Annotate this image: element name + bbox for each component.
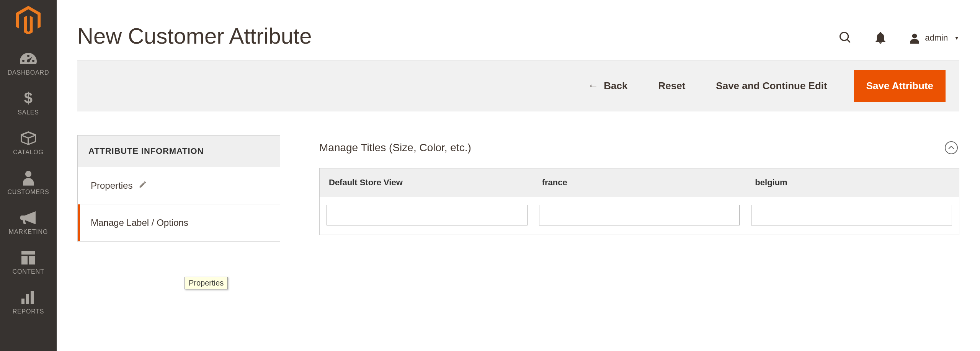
reset-button[interactable]: Reset (655, 75, 689, 97)
tooltip-properties: Properties (185, 277, 228, 289)
back-button-label: Back (604, 80, 627, 92)
svg-point-1 (25, 171, 31, 177)
sidebar-label: CUSTOMERS (7, 189, 49, 196)
sidebar-label: REPORTS (13, 308, 44, 315)
title-input-belgium[interactable] (751, 205, 952, 225)
save-continue-button[interactable]: Save and Continue Edit (712, 75, 831, 97)
user-icon (909, 32, 920, 44)
search-icon (839, 31, 852, 45)
sidebar-label: SALES (18, 109, 39, 116)
titles-header-row: Default Store View france belgium (320, 168, 959, 197)
sidebar-item-catalog[interactable]: CATALOG (0, 124, 57, 163)
header-actions: admin ▼ (838, 31, 959, 49)
dollar-icon: $ (23, 91, 34, 106)
tab-properties[interactable]: Properties (78, 167, 280, 204)
save-attribute-label: Save Attribute (866, 80, 933, 91)
sidebar-item-content[interactable]: CONTENT (0, 243, 57, 283)
sidebar-label: MARKETING (9, 229, 48, 235)
notifications-button[interactable] (874, 31, 887, 45)
section-title: Manage Titles (Size, Color, etc.) (319, 142, 471, 154)
side-panel-wrapper: ATTRIBUTE INFORMATION Properties Manage … (77, 135, 280, 242)
admin-user-menu[interactable]: admin ▼ (909, 32, 959, 44)
page-header: New Customer Attribute admin (57, 0, 980, 60)
sidebar-label: CATALOG (13, 149, 44, 156)
titles-body-row (320, 197, 959, 235)
collapse-section-button[interactable] (945, 141, 958, 154)
megaphone-icon (20, 210, 36, 225)
action-bar-wrap: ← Back Reset Save and Continue Edit Save… (57, 60, 980, 111)
back-button[interactable]: ← Back (584, 74, 631, 97)
action-bar-inner: ← Back Reset Save and Continue Edit Save… (584, 70, 946, 102)
sidebar-item-dashboard[interactable]: DASHBOARD (0, 44, 57, 84)
magento-logo-icon (16, 6, 41, 34)
svg-rect-2 (21, 299, 24, 304)
sidebar-label: DASHBOARD (8, 69, 49, 76)
bar-chart-icon (21, 290, 35, 305)
content-row: ATTRIBUTE INFORMATION Properties Manage … (57, 111, 980, 242)
admin-sidebar: DASHBOARD $ SALES CATALOG CUSTOMERS MARK… (0, 0, 57, 351)
search-button[interactable] (838, 31, 852, 45)
app-root: DASHBOARD $ SALES CATALOG CUSTOMERS MARK… (0, 0, 980, 351)
svg-text:$: $ (24, 91, 33, 106)
box-icon (21, 131, 36, 146)
side-panel-items: Properties Manage Label / Options (78, 167, 280, 241)
chevron-up-icon (948, 146, 954, 150)
col-header-belgium: belgium (746, 168, 959, 197)
arrow-left-icon: ← (588, 80, 598, 92)
bell-icon (875, 31, 886, 45)
col-header-default-store: Default Store View (320, 168, 533, 197)
magento-logo[interactable] (0, 0, 57, 40)
sidebar-label: CONTENT (13, 268, 44, 275)
svg-rect-4 (31, 291, 34, 304)
svg-rect-3 (26, 294, 29, 304)
svg-point-5 (840, 32, 848, 40)
page-title: New Customer Attribute (77, 23, 312, 49)
sidebar-divider (8, 40, 48, 40)
person-icon (23, 170, 34, 186)
save-attribute-button[interactable]: Save Attribute (854, 70, 946, 102)
section-header: Manage Titles (Size, Color, etc.) (319, 135, 959, 168)
title-input-default-store[interactable] (327, 205, 528, 225)
sidebar-item-marketing[interactable]: MARKETING (0, 203, 57, 243)
sidebar-item-reports[interactable]: REPORTS (0, 283, 57, 323)
admin-user-name: admin (925, 33, 948, 43)
main-column: New Customer Attribute admin (57, 0, 980, 351)
tab-properties-label: Properties (91, 180, 132, 191)
tab-manage-label-label: Manage Label / Options (91, 217, 188, 228)
reset-button-label: Reset (658, 80, 686, 92)
col-header-france: france (533, 168, 746, 197)
gauge-icon (20, 51, 37, 66)
sidebar-item-sales[interactable]: $ SALES (0, 84, 57, 124)
right-content: Manage Titles (Size, Color, etc.) Defaul… (319, 135, 959, 235)
action-bar: ← Back Reset Save and Continue Edit Save… (77, 60, 959, 111)
sidebar-item-customers[interactable]: CUSTOMERS (0, 163, 57, 203)
caret-down-icon: ▼ (954, 35, 959, 41)
svg-line-6 (847, 39, 850, 42)
attribute-info-panel: ATTRIBUTE INFORMATION Properties Manage … (77, 135, 280, 242)
titles-table: Default Store View france belgium (319, 168, 959, 235)
attribute-info-header: ATTRIBUTE INFORMATION (78, 136, 280, 167)
tab-manage-label[interactable]: Manage Label / Options (78, 204, 280, 241)
layout-icon (21, 250, 35, 265)
save-continue-label: Save and Continue Edit (716, 80, 827, 92)
title-input-france[interactable] (539, 205, 740, 225)
pencil-icon (139, 180, 147, 191)
svg-point-7 (912, 34, 917, 39)
